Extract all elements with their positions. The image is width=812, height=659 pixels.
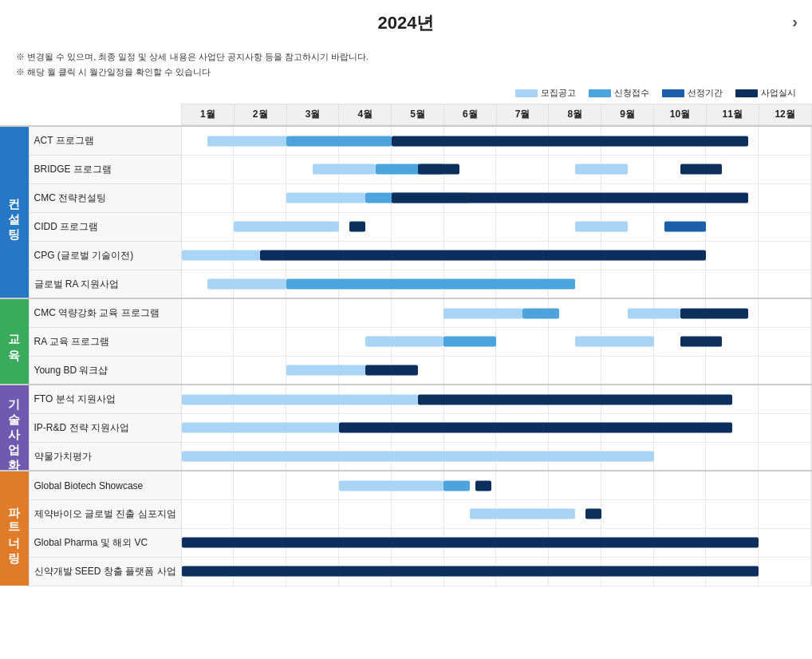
notice-line: ※ 해당 월 클릭 시 월간일정을 확인할 수 있습니다 [16,65,796,80]
gantt-cell [181,356,811,385]
month-header[interactable]: 2월 [234,105,286,125]
gantt-bar [664,222,707,232]
gantt-cell [181,183,811,212]
gantt-bar [207,279,286,290]
category-label: 컨설팅 [0,126,29,298]
program-label[interactable]: CMC 역량강화 교육 프로그램 [29,298,181,327]
program-label[interactable]: Global Pharma 및 해외 VC [29,528,181,557]
gantt-bar [313,164,376,175]
gantt-bar [182,538,759,548]
gantt-bar [234,222,339,232]
gantt-bar [260,251,706,261]
nav-next-icon[interactable]: › [792,13,798,31]
gantt-bar [392,193,748,203]
gantt-bar [470,509,575,519]
gantt-table: 1월2월3월4월5월6월7월8월9월10월11월12월 컨설팅ACT 프로그램B… [0,104,812,586]
program-label[interactable]: CMC 전략컨설팅 [29,183,181,212]
month-header[interactable]: 10월 [654,105,707,125]
program-label[interactable]: 제약바이오 글로벌 진출 심포지엄 [29,499,181,528]
header: 2024년 › [0,0,812,43]
table-row: BRIDGE 프로그램 [0,155,812,183]
program-label[interactable]: BRIDGE 프로그램 [29,155,181,183]
table-row: CPG (글로벌 기술이전) [0,241,812,270]
gantt-bar [680,308,749,318]
table-row: 글로벌 RA 지원사업 [0,270,812,298]
legend-label: 모집공고 [541,87,576,99]
program-label[interactable]: CIDD 프로그램 [29,212,181,241]
gantt-cell [181,499,811,528]
table-row: 교육CMC 역량강화 교육 프로그램 [0,298,812,327]
month-header[interactable]: 8월 [549,105,601,125]
gantt-cell [181,212,811,241]
legend-color-box [662,89,684,97]
gantt-bar [522,308,559,318]
table-row: CMC 전략컨설팅 [0,183,812,212]
legend-color-box [589,89,611,97]
gantt-bar [182,423,339,433]
gantt-cell [181,528,811,557]
program-label[interactable]: Global Biotech Showcase [29,471,181,499]
gantt-bar [182,452,654,462]
gantt-cell [181,155,811,183]
notice-line: ※ 변경될 수 있으며, 최종 일정 및 상세 내용은 사업단 공지사항 등을 … [16,49,796,65]
program-label[interactable]: Young BD 워크샵 [29,356,181,385]
program-label[interactable]: CPG (글로벌 기술이전) [29,241,181,270]
month-header[interactable]: 4월 [339,105,392,125]
gantt-cell [181,442,811,471]
month-header[interactable]: 1월 [182,105,235,125]
gantt-bar [207,136,286,146]
gantt-cell [181,241,811,270]
table-row: 컨설팅ACT 프로그램 [0,126,812,155]
month-header[interactable]: 3월 [286,105,339,125]
legend-label: 사업실시 [761,87,796,99]
gantt-bar [443,308,522,318]
gantt-bar [286,365,365,376]
program-label[interactable]: FTO 분석 지원사업 [29,385,181,413]
gantt-bar [418,394,733,404]
gantt-bar [286,193,365,203]
month-header[interactable]: 5월 [392,105,444,125]
gantt-bar [475,480,491,491]
gantt-cell [181,298,811,327]
category-label: 교육 [0,298,29,385]
gantt-cell [181,126,811,155]
program-label[interactable]: RA 교육 프로그램 [29,327,181,356]
table-row: 파트너링Global Biotech Showcase [0,471,812,499]
category-label: 기술사업화 [0,385,29,471]
legend-item: 모집공고 [515,87,576,99]
gantt-bar [286,279,575,290]
table-row: 약물가치평가 [0,442,812,471]
gantt-bar [575,222,628,232]
gantt-bar [349,222,365,232]
legend: 모집공고신청접수선정기간사업실시 [0,82,812,102]
month-header[interactable]: 6월 [443,105,496,125]
program-label[interactable]: 신약개발 SEED 창출 플랫폼 사업 [29,557,181,586]
gantt-cell [181,327,811,356]
table-row: 신약개발 SEED 창출 플랫폼 사업 [0,557,812,586]
legend-item: 사업실시 [735,87,796,99]
notice-block: ※ 변경될 수 있으며, 최종 일정 및 상세 내용은 사업단 공지사항 등을 … [0,43,812,82]
table-row: Global Pharma 및 해외 VC [0,528,812,557]
program-label[interactable]: IP-R&D 전략 지원사업 [29,413,181,442]
gantt-bar [365,365,418,376]
gantt-cell [181,413,811,442]
gantt-cell [181,270,811,298]
gantt-bar [392,136,748,146]
gantt-bar [575,164,628,175]
program-label[interactable]: ACT 프로그램 [29,126,181,155]
month-header[interactable]: 12월 [759,105,811,125]
month-header[interactable]: 7월 [496,105,549,125]
month-header[interactable]: 9월 [601,105,654,125]
gantt-bar [339,480,444,491]
category-label: 파트너링 [0,471,29,586]
month-header[interactable]: 11월 [706,105,759,125]
legend-color-box [735,89,758,97]
gantt-bar [443,480,470,491]
program-label[interactable]: 글로벌 RA 지원사업 [29,270,181,298]
legend-color-box [515,89,538,97]
legend-label: 선정기간 [688,87,723,99]
program-label[interactable]: 약물가치평가 [29,442,181,471]
gantt-cell [181,385,811,413]
table-row: 기술사업화FTO 분석 지원사업 [0,385,812,413]
gantt-cell [181,471,811,499]
